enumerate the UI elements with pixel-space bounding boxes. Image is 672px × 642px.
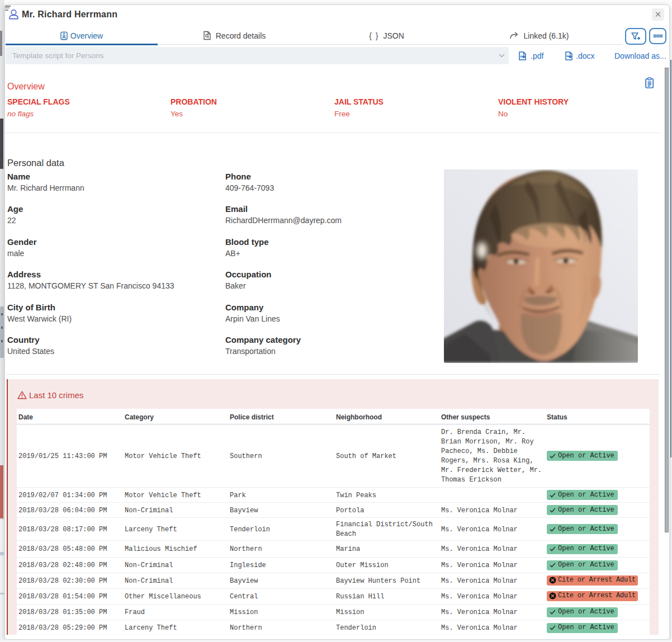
svg-text:A: A: [520, 55, 522, 58]
